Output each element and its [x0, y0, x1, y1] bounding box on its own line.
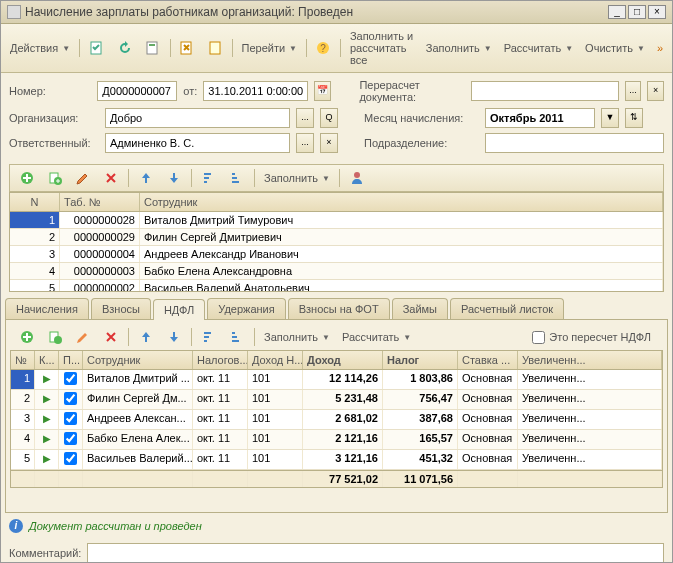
cell-inc: Увеличенн...: [518, 430, 662, 449]
resp-field[interactable]: [105, 133, 290, 153]
table-row[interactable]: 3▶Андреев Алексан...окт. 111012 681,0238…: [11, 410, 662, 430]
cell-income: 3 121,16: [303, 450, 383, 469]
date-field[interactable]: [203, 81, 308, 101]
add-icon[interactable]: [14, 326, 40, 348]
table-row[interactable]: 20000000029Филин Сергей Дмитриевич: [10, 229, 663, 246]
checkbox-cell[interactable]: [59, 410, 83, 429]
dropdown-icon[interactable]: ▼: [601, 108, 619, 128]
move-down-icon[interactable]: [161, 167, 187, 189]
fill-calc-all-button[interactable]: Заполнить и рассчитать все: [345, 27, 419, 69]
add-copy-icon[interactable]: [42, 326, 68, 348]
close-button[interactable]: ×: [648, 5, 666, 19]
table-row[interactable]: 1▶Виталов Дмитрий ...окт. 1110112 114,26…: [11, 370, 662, 390]
col-emp[interactable]: Сотрудник: [140, 193, 663, 211]
select-icon[interactable]: ...: [296, 133, 314, 153]
add-icon[interactable]: [14, 167, 40, 189]
sort-desc-icon[interactable]: [224, 326, 250, 348]
col-tax[interactable]: Налог: [383, 351, 458, 369]
col-code[interactable]: Доход Н...: [248, 351, 303, 369]
tab-ndfl[interactable]: НДФЛ: [153, 299, 205, 320]
sort-asc-icon[interactable]: [196, 326, 222, 348]
tab-fot[interactable]: Взносы на ФОТ: [288, 298, 390, 319]
calc-menu[interactable]: Рассчитать▼: [499, 39, 578, 57]
recalc-checkbox-label[interactable]: Это пересчет НДФЛ: [532, 331, 659, 344]
checkbox-cell[interactable]: [59, 430, 83, 449]
delete-icon[interactable]: [98, 167, 124, 189]
structure-icon[interactable]: [140, 37, 166, 59]
delete-icon[interactable]: [98, 326, 124, 348]
comment-field[interactable]: [87, 543, 664, 563]
dept-field[interactable]: [485, 133, 664, 153]
move-up-icon[interactable]: [133, 167, 159, 189]
edit-icon[interactable]: [70, 167, 96, 189]
sort-asc-icon[interactable]: [196, 167, 222, 189]
tab-payslip[interactable]: Расчетный листок: [450, 298, 564, 319]
maximize-button[interactable]: □: [628, 5, 646, 19]
table-row[interactable]: 50000000002Васильев Валерий Анатольевич: [10, 280, 663, 292]
recalc-checkbox[interactable]: [532, 331, 545, 344]
unpost-icon[interactable]: [174, 37, 200, 59]
goto-menu[interactable]: Перейти▼: [236, 39, 302, 57]
org-field[interactable]: [105, 108, 290, 128]
select-icon[interactable]: ...: [625, 81, 642, 101]
col-income[interactable]: Доход: [303, 351, 383, 369]
table-row[interactable]: 40000000003Бабко Елена Александровна: [10, 263, 663, 280]
col-n2[interactable]: №: [11, 351, 35, 369]
tab-loans[interactable]: Займы: [392, 298, 448, 319]
calendar-icon[interactable]: 📅: [314, 81, 331, 101]
fill-menu-3[interactable]: Заполнить▼: [259, 328, 335, 346]
table-row[interactable]: 10000000028Виталов Дмитрий Тимурович: [10, 212, 663, 229]
arrow-icon: ▶: [35, 450, 59, 469]
checkbox-cell[interactable]: [59, 450, 83, 469]
month-field[interactable]: [485, 108, 595, 128]
more-icon[interactable]: »: [652, 39, 668, 57]
cell-emp: Бабко Елена Алек...: [83, 430, 193, 449]
arrow-icon: ▶: [35, 410, 59, 429]
post-icon[interactable]: [84, 37, 110, 59]
clear-menu[interactable]: Очистить▼: [580, 39, 650, 57]
col-inc[interactable]: Увеличенн...: [518, 351, 662, 369]
org-label: Организация:: [9, 112, 99, 124]
table-row[interactable]: 4▶Бабко Елена Алек...окт. 111012 121,161…: [11, 430, 662, 450]
sort-desc-icon[interactable]: [224, 167, 250, 189]
help-icon[interactable]: ?: [310, 37, 336, 59]
select-icon[interactable]: ...: [296, 108, 314, 128]
tab-deductions[interactable]: Удержания: [207, 298, 285, 319]
clear-icon[interactable]: ×: [647, 81, 664, 101]
number-field[interactable]: [97, 81, 177, 101]
col-period[interactable]: Налогов...: [193, 351, 248, 369]
recalc-field[interactable]: [471, 81, 619, 101]
col-tab[interactable]: Таб. №: [60, 193, 140, 211]
move-down-icon[interactable]: [161, 326, 187, 348]
arrow-icon: ▶: [35, 390, 59, 409]
col-emp2[interactable]: Сотрудник: [83, 351, 193, 369]
col-k[interactable]: К...: [35, 351, 59, 369]
calc-menu-3[interactable]: Рассчитать▼: [337, 328, 416, 346]
col-rate[interactable]: Ставка ...: [458, 351, 518, 369]
checkbox-cell[interactable]: [59, 390, 83, 409]
add-copy-icon[interactable]: [42, 167, 68, 189]
cell-tax: 387,68: [383, 410, 458, 429]
cell-code: 101: [248, 430, 303, 449]
col-p[interactable]: П...: [59, 351, 83, 369]
table-row[interactable]: 5▶Васильев Валерий...окт. 111013 121,164…: [11, 450, 662, 470]
minimize-button[interactable]: _: [608, 5, 626, 19]
fill-menu[interactable]: Заполнить▼: [421, 39, 497, 57]
window-title: Начисление зарплаты работникам организац…: [25, 5, 608, 19]
post2-icon[interactable]: [202, 37, 228, 59]
move-up-icon[interactable]: [133, 326, 159, 348]
tab-contributions[interactable]: Взносы: [91, 298, 151, 319]
table-row[interactable]: 2▶Филин Сергей Дм...окт. 111015 231,4875…: [11, 390, 662, 410]
fill-menu-2[interactable]: Заполнить▼: [259, 169, 335, 187]
refresh-icon[interactable]: [112, 37, 138, 59]
checkbox-cell[interactable]: [59, 370, 83, 389]
table-row[interactable]: 30000000004Андреев Александр Иванович: [10, 246, 663, 263]
col-n[interactable]: N: [10, 193, 60, 211]
open-icon[interactable]: Q: [320, 108, 338, 128]
edit-icon[interactable]: [70, 326, 96, 348]
actions-menu[interactable]: Действия▼: [5, 39, 75, 57]
person-icon[interactable]: [344, 167, 370, 189]
spinner-icon[interactable]: ⇅: [625, 108, 643, 128]
clear-icon[interactable]: ×: [320, 133, 338, 153]
tab-accruals[interactable]: Начисления: [5, 298, 89, 319]
